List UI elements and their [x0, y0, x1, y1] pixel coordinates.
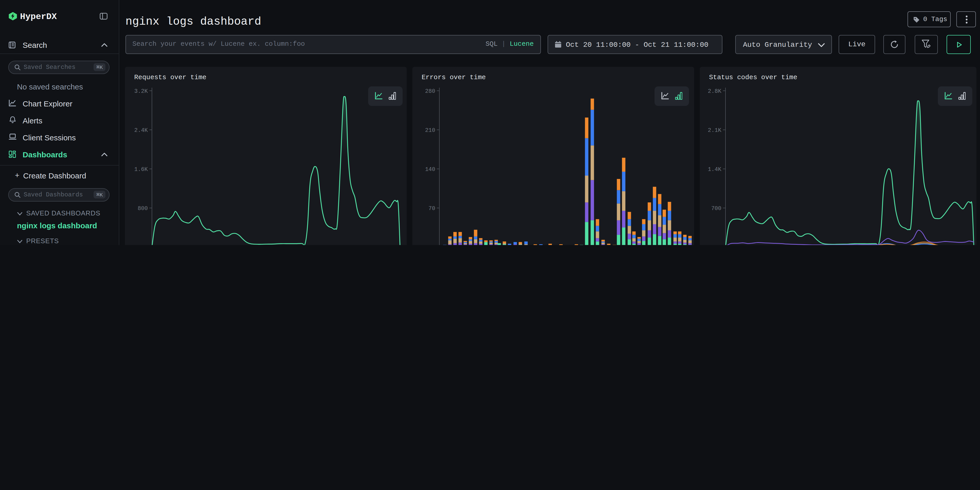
svg-text:2.1K: 2.1K	[708, 127, 722, 134]
svg-text:1.6K: 1.6K	[134, 166, 148, 173]
svg-text:0: 0	[432, 245, 435, 245]
svg-text:2.4K: 2.4K	[134, 127, 148, 134]
svg-text:2.8K: 2.8K	[708, 88, 722, 95]
svg-text:0: 0	[145, 245, 148, 245]
svg-text:0: 0	[718, 245, 721, 245]
svg-text:700: 700	[711, 205, 721, 212]
svg-text:140: 140	[425, 166, 435, 173]
svg-text:3.2K: 3.2K	[134, 88, 148, 95]
svg-text:70: 70	[428, 205, 435, 212]
svg-text:800: 800	[138, 205, 148, 212]
svg-text:280: 280	[425, 88, 435, 95]
svg-text:1.4K: 1.4K	[708, 166, 722, 173]
svg-text:210: 210	[425, 127, 435, 134]
